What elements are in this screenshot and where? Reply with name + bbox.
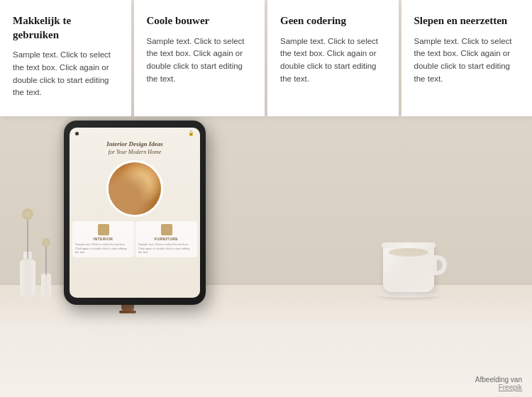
coffee-cup: [383, 245, 440, 298]
card-4-text: Sample text. Click to select the text bo…: [414, 35, 520, 86]
interior-label: INTERIOR: [75, 237, 131, 241]
vase-small: [41, 273, 51, 298]
vase-left-flower: [22, 208, 33, 220]
attribution-link[interactable]: Freepik: [475, 384, 522, 391]
card-2-title: Coole bouwer: [147, 14, 253, 28]
tablet-top-bar: 🔒: [70, 128, 200, 138]
card-4-title: Slepen en neerzetten: [414, 14, 520, 28]
tablet-bottom-card-interior: INTERIOR Sample text. Click to select th…: [72, 221, 134, 257]
tablet-header-text: Interior Design Ideasfor Your Modern Hom…: [70, 138, 200, 160]
card-3-text: Sample text. Click to select the text bo…: [280, 35, 386, 86]
scene: 🔒 Interior Design Ideasfor Your Modern H…: [0, 119, 532, 397]
card-3[interactable]: Geen codering Sample text. Click to sele…: [267, 0, 399, 116]
furniture-label: FURNITURE: [138, 237, 194, 241]
tablet-screen: 🔒 Interior Design Ideasfor Your Modern H…: [70, 128, 200, 298]
card-1-title: Makkelijk te gebruiken: [13, 14, 118, 42]
card-2[interactable]: Coole bouwer Sample text. Click to selec…: [134, 0, 265, 116]
vase-small-stem: [46, 243, 47, 275]
vase-small-flower: [42, 238, 50, 247]
attribution: Afbeelding van Freepik: [475, 376, 522, 391]
tablet-stand-base: [119, 311, 136, 313]
card-4[interactable]: Slepen en neerzetten Sample text. Click …: [401, 0, 533, 116]
card-1-text: Sample text. Click to select the text bo…: [13, 49, 118, 99]
cup-saucer: [377, 292, 440, 298]
cup-rim: [382, 242, 436, 248]
cup-body: [383, 245, 434, 292]
vase-small-body: [41, 273, 51, 298]
tablet: 🔒 Interior Design Ideasfor Your Modern H…: [64, 121, 206, 305]
tablet-lock-icon: 🔒: [188, 130, 194, 136]
tablet-featured-image: [106, 160, 163, 217]
cards-section: Makkelijk te gebruiken Sample text. Clic…: [0, 0, 532, 116]
attribution-line1: Afbeelding van: [475, 376, 522, 384]
card-2-text: Sample text. Click to select the text bo…: [147, 35, 253, 86]
card-1[interactable]: Makkelijk te gebruiken Sample text. Clic…: [0, 0, 131, 116]
vase-left-body: [20, 259, 35, 298]
furniture-text: Sample text. Click to select the text bo…: [138, 242, 194, 255]
tablet-outer: 🔒 Interior Design Ideasfor Your Modern H…: [64, 121, 206, 305]
interior-icon: [98, 224, 109, 235]
card-3-title: Geen codering: [280, 14, 386, 28]
furniture-icon: [161, 224, 172, 235]
vase-left-stem: [28, 216, 28, 259]
tablet-circle-inner: [109, 162, 161, 215]
vase-left: [20, 252, 35, 298]
tablet-camera-icon: [75, 132, 79, 135]
tablet-bottom-section: INTERIOR Sample text. Click to select th…: [70, 221, 200, 257]
cup-liquid: [389, 248, 428, 257]
tablet-bottom-card-furniture: FURNITURE Sample text. Click to select t…: [135, 221, 197, 257]
interior-text: Sample text. Click to select the text bo…: [75, 242, 131, 255]
